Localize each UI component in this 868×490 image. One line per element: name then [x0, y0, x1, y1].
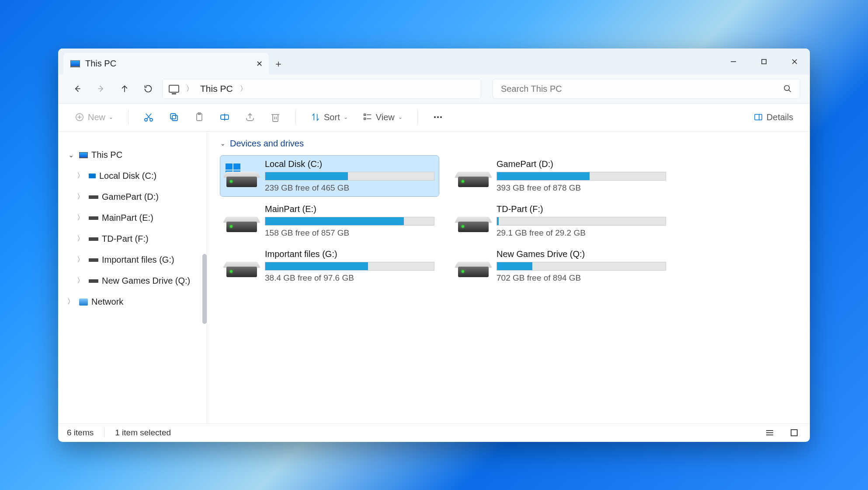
- delete-button[interactable]: [265, 108, 286, 127]
- rename-button[interactable]: [214, 108, 235, 127]
- tab-this-pc[interactable]: This PC ✕: [63, 53, 269, 75]
- svg-line-15: [146, 114, 150, 119]
- capacity-bar: [265, 262, 434, 271]
- tree-drive-q[interactable]: 〉 New Games Drive (Q:): [62, 271, 204, 292]
- paste-button[interactable]: [189, 108, 210, 127]
- chevron-right-icon[interactable]: 〉: [76, 171, 85, 181]
- drive-icon: [89, 216, 98, 220]
- tab-title: This PC: [85, 59, 116, 69]
- chevron-down-icon: ⌄: [109, 114, 113, 120]
- refresh-button[interactable]: [139, 79, 158, 98]
- chevron-right-icon[interactable]: 〉: [76, 255, 85, 264]
- close-tab-icon[interactable]: ✕: [256, 59, 263, 69]
- titlebar: This PC ✕ ＋: [58, 49, 810, 75]
- forward-button[interactable]: [91, 79, 111, 98]
- chevron-down-icon[interactable]: ⌄: [66, 151, 76, 159]
- separator: [417, 109, 418, 125]
- minimize-button[interactable]: [718, 49, 749, 75]
- chevron-right-icon[interactable]: 〉: [76, 276, 85, 285]
- capacity-bar: [265, 172, 434, 181]
- navigation-pane: ⌄ This PC 〉 Local Disk (C:) 〉 GamePart (…: [58, 132, 207, 424]
- cut-button[interactable]: [138, 108, 159, 127]
- chevron-down-icon: ⌄: [220, 140, 226, 147]
- chevron-down-icon: ⌄: [398, 114, 403, 120]
- drive-item[interactable]: GamePart (D:)393 GB free of 878 GB: [452, 156, 670, 196]
- drive-name: TD-Part (F:): [496, 204, 666, 214]
- drive-item[interactable]: New Games Drive (Q:)702 GB free of 894 G…: [452, 246, 670, 286]
- chevron-right-icon[interactable]: 〉: [76, 234, 85, 243]
- share-button[interactable]: [240, 108, 260, 127]
- drive-item[interactable]: Important files (G:)38.4 GB free of 97.6…: [220, 246, 439, 286]
- drive-icon: [89, 195, 98, 199]
- tiles-view-button[interactable]: [787, 427, 801, 439]
- drive-free-text: 38.4 GB free of 97.6 GB: [265, 273, 434, 283]
- details-button[interactable]: Details: [748, 108, 799, 127]
- tree-drive-f[interactable]: 〉 TD-Part (F:): [62, 229, 204, 250]
- drive-item[interactable]: MainPart (E:)158 GB free of 857 GB: [220, 201, 439, 241]
- drive-name: GamePart (D:): [496, 159, 666, 169]
- drive-info: GamePart (D:)393 GB free of 878 GB: [496, 159, 666, 193]
- drive-name: Local Disk (C:): [265, 159, 434, 169]
- navbar: 〉 This PC 〉: [58, 75, 810, 104]
- svg-point-30: [437, 116, 439, 118]
- drive-icon: [456, 254, 490, 277]
- drive-free-text: 29.1 GB free of 29.2 GB: [496, 228, 666, 238]
- tree-drive-g[interactable]: 〉 Important files (G:): [62, 250, 204, 271]
- more-button[interactable]: [427, 108, 448, 127]
- chevron-right-icon[interactable]: 〉: [186, 84, 193, 94]
- drive-item[interactable]: TD-Part (F:)29.1 GB free of 29.2 GB: [452, 201, 670, 241]
- tree-label: This PC: [91, 150, 122, 160]
- search-bar[interactable]: [493, 79, 800, 99]
- chevron-right-icon[interactable]: 〉: [240, 84, 247, 94]
- search-input[interactable]: [501, 84, 783, 94]
- svg-rect-25: [364, 114, 365, 116]
- tree-label: Network: [91, 297, 123, 307]
- drive-icon: [89, 279, 98, 283]
- drive-free-text: 239 GB free of 465 GB: [265, 183, 434, 193]
- capacity-bar: [496, 262, 666, 271]
- sidebar-scrollbar[interactable]: [202, 254, 207, 324]
- svg-rect-26: [364, 118, 365, 120]
- sort-button[interactable]: Sort ⌄: [306, 108, 353, 127]
- view-button[interactable]: View ⌄: [358, 108, 408, 127]
- chevron-right-icon[interactable]: 〉: [76, 192, 85, 202]
- toolbar: New ⌄ Sort ⌄ View ⌄: [58, 104, 810, 132]
- up-button[interactable]: [115, 79, 134, 98]
- new-button[interactable]: New ⌄: [69, 108, 118, 127]
- tree-label: GamePart (D:): [102, 192, 159, 202]
- separator: [295, 109, 296, 125]
- drive-item[interactable]: Local Disk (C:)239 GB free of 465 GB: [220, 156, 439, 196]
- svg-line-8: [789, 90, 791, 92]
- maximize-button[interactable]: [749, 49, 779, 75]
- close-window-button[interactable]: [779, 49, 810, 75]
- drive-icon: [456, 209, 490, 232]
- tree-drive-e[interactable]: 〉 MainPart (E:): [62, 208, 204, 229]
- this-pc-icon: [70, 60, 80, 67]
- chevron-down-icon: ⌄: [344, 114, 348, 120]
- tree-drive-d[interactable]: 〉 GamePart (D:): [62, 187, 204, 208]
- drive-icon: [89, 258, 98, 262]
- back-button[interactable]: [68, 79, 87, 98]
- new-tab-button[interactable]: ＋: [269, 53, 288, 75]
- tree-this-pc[interactable]: ⌄ This PC: [62, 145, 204, 166]
- window-controls: [718, 49, 810, 75]
- breadcrumb-this-pc[interactable]: This PC: [200, 83, 233, 94]
- explorer-window: This PC ✕ ＋: [58, 49, 810, 442]
- drive-info: Important files (G:)38.4 GB free of 97.6…: [265, 249, 434, 283]
- drive-name: Important files (G:): [265, 249, 434, 259]
- copy-button[interactable]: [163, 108, 184, 127]
- drive-grid: Local Disk (C:)239 GB free of 465 GBGame…: [220, 156, 797, 286]
- drive-icon: [225, 209, 259, 232]
- chevron-right-icon[interactable]: 〉: [76, 213, 85, 222]
- chevron-right-icon[interactable]: 〉: [66, 297, 76, 306]
- tree-label: TD-Part (F:): [102, 234, 149, 244]
- details-view-button[interactable]: [763, 427, 777, 439]
- tree-network[interactable]: 〉 Network: [62, 292, 204, 313]
- svg-point-29: [434, 116, 436, 118]
- section-devices-and-drives[interactable]: ⌄ Devices and drives: [220, 139, 797, 149]
- this-pc-icon: [79, 152, 88, 158]
- tree-label: Local Disk (C:): [99, 171, 156, 181]
- address-bar[interactable]: 〉 This PC 〉: [162, 79, 481, 99]
- tree-drive-c[interactable]: 〉 Local Disk (C:): [62, 166, 204, 187]
- capacity-bar: [496, 172, 666, 181]
